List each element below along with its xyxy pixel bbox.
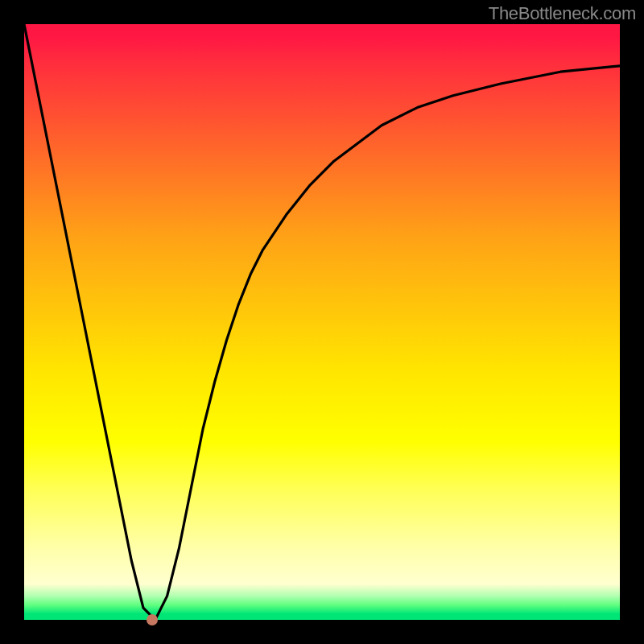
bottleneck-curve <box>24 24 620 620</box>
curve-path <box>24 24 620 620</box>
chart-frame: TheBottleneck.com <box>0 0 644 644</box>
plot-area <box>24 24 620 620</box>
optimal-point-marker <box>147 614 158 625</box>
watermark-text: TheBottleneck.com <box>489 3 636 24</box>
